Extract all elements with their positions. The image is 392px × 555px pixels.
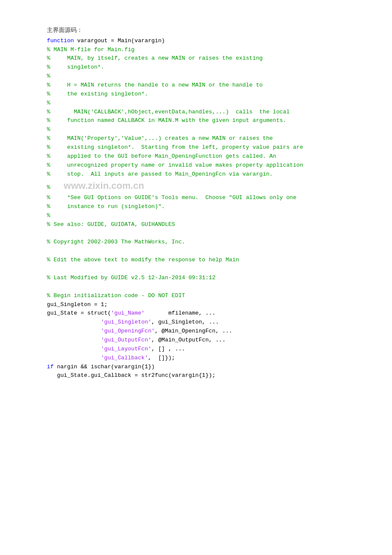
code-line: % instance to run (singleton)". <box>47 202 366 211</box>
code-line: % MAIN M-file for Main.fig <box>47 46 366 55</box>
code-line: % the existing singleton*. <box>47 90 366 99</box>
code-line: % *See GUI Options on GUIDE's Tools menu… <box>47 194 366 202</box>
section-label: 主界面源码： <box>47 26 366 35</box>
code-line: % existing singleton*. Starting from the… <box>47 143 366 152</box>
code-line: % function named CALLBACK in MAIN.M with… <box>47 116 366 125</box>
code-line: 'gui_OutputFcn', @Main_OutputFcn, ... <box>47 336 366 345</box>
code-line: % <box>47 72 366 81</box>
code-line: % See also: GUIDE, GUIDATA, GUIHANDLES <box>47 220 366 229</box>
code-line <box>47 283 366 292</box>
code-line: function varargout = Main(varargin) <box>47 37 366 46</box>
code-line: % <box>47 99 366 108</box>
page-content: 主界面源码： function varargout = Main(varargi… <box>47 26 366 380</box>
code-line: 'gui_OpeningFcn', @Main_OpeningFcn, ... <box>47 327 366 336</box>
code-line: % applied to the GUI before Main_Opening… <box>47 152 366 161</box>
code-line: % www.zixin.com.cn <box>47 179 366 194</box>
code-line: % Last Modified by GUIDE v2.5 12-Jan-201… <box>47 274 366 283</box>
code-line: % <box>47 125 366 134</box>
code-line: gui_State.gui_Callback = str2func(vararg… <box>47 371 366 380</box>
code-line: 'gui_LayoutFcn', [] , ... <box>47 345 366 354</box>
code-line: % singleton*. <box>47 63 366 72</box>
code-line: 'gui_Callback', []}); <box>47 354 366 363</box>
code-line: % <box>47 211 366 220</box>
code-line <box>47 229 366 238</box>
code-line: gui_Singleton = 1; <box>47 301 366 309</box>
code-line: % MAIN('CALLBACK',hObject,eventData,hand… <box>47 108 366 117</box>
code-line: 'gui_Singleton', gui_Singleton, ... <box>47 318 366 327</box>
code-line: if nargin && ischar(varargin{1}) <box>47 363 366 372</box>
code-line: % Edit the above text to modify the resp… <box>47 256 366 265</box>
code-line: % Begin initialization code - DO NOT EDI… <box>47 292 366 301</box>
code-line: gui_State = struct('gui_Name' mfilename,… <box>47 309 366 318</box>
code-line: % unrecognized property name or invalid … <box>47 161 366 170</box>
code-line: % H = MAIN returns the handle to a new M… <box>47 81 366 90</box>
code-line <box>47 265 366 274</box>
code-line: % MAIN('Property','Value',...) creates a… <box>47 134 366 143</box>
code-block: function varargout = Main(varargin)% MAI… <box>47 37 366 381</box>
code-line: % stop. All inputs are passed to Main_Op… <box>47 170 366 179</box>
code-line: % MAIN, by itself, creates a new MAIN or… <box>47 54 366 63</box>
code-line <box>47 247 366 256</box>
code-line: % Copyright 2002-2003 The MathWorks, Inc… <box>47 238 366 247</box>
